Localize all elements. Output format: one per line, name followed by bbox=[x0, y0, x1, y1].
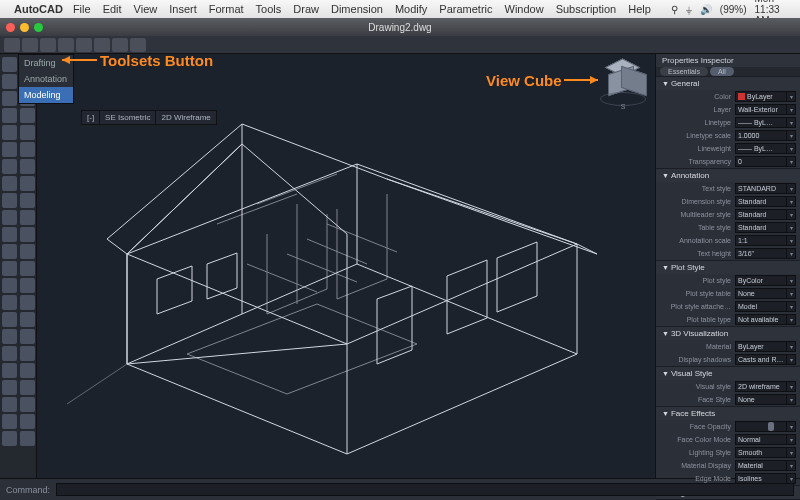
tool-icon[interactable] bbox=[2, 261, 17, 276]
tool-icon[interactable] bbox=[2, 108, 17, 123]
property-value[interactable]: ByLayer bbox=[735, 91, 787, 102]
chevron-down-icon[interactable]: ▾ bbox=[787, 222, 796, 233]
tool-icon[interactable] bbox=[2, 414, 17, 429]
property-value[interactable]: Standard bbox=[735, 222, 787, 233]
tool-icon[interactable] bbox=[20, 176, 35, 191]
tool-icon[interactable] bbox=[20, 125, 35, 140]
volume-icon[interactable]: 🔊 bbox=[700, 4, 712, 15]
tool-icon[interactable] bbox=[20, 244, 35, 259]
section-general[interactable]: General bbox=[656, 77, 800, 90]
chevron-down-icon[interactable]: ▾ bbox=[787, 275, 796, 286]
chevron-down-icon[interactable]: ▾ bbox=[787, 354, 796, 365]
section-visual[interactable]: Visual Style bbox=[656, 367, 800, 380]
property-value[interactable]: ByLayer bbox=[735, 341, 787, 352]
tool-icon[interactable] bbox=[20, 210, 35, 225]
chevron-down-icon[interactable]: ▾ bbox=[787, 248, 796, 259]
property-value[interactable]: 1.0000 bbox=[735, 130, 787, 141]
section-face[interactable]: Face Effects bbox=[656, 407, 800, 420]
tool-icon[interactable] bbox=[2, 431, 17, 446]
menu-tools[interactable]: Tools bbox=[256, 3, 282, 15]
tool-icon[interactable] bbox=[20, 329, 35, 344]
tool-icon[interactable] bbox=[20, 227, 35, 242]
property-value[interactable]: Model bbox=[735, 301, 787, 312]
tool-icon[interactable] bbox=[20, 397, 35, 412]
tool-icon[interactable] bbox=[20, 193, 35, 208]
top-tool-icon[interactable] bbox=[4, 38, 20, 52]
chevron-down-icon[interactable]: ▾ bbox=[787, 434, 796, 445]
property-value[interactable]: Casts and R… bbox=[735, 354, 787, 365]
property-value[interactable]: Not available bbox=[735, 314, 787, 325]
chevron-down-icon[interactable]: ▾ bbox=[787, 314, 796, 325]
property-value[interactable]: STANDARD bbox=[735, 183, 787, 194]
toolset-annotation[interactable]: Annotation bbox=[19, 71, 73, 87]
menu-help[interactable]: Help bbox=[628, 3, 651, 15]
tool-icon[interactable] bbox=[2, 363, 17, 378]
chevron-down-icon[interactable]: ▾ bbox=[787, 156, 796, 167]
property-value[interactable]: Normal bbox=[735, 434, 787, 445]
app-name[interactable]: AutoCAD bbox=[14, 3, 63, 15]
chevron-down-icon[interactable]: ▾ bbox=[787, 394, 796, 405]
view-cube[interactable]: S bbox=[599, 60, 647, 108]
close-button[interactable] bbox=[6, 23, 15, 32]
chevron-down-icon[interactable]: ▾ bbox=[787, 104, 796, 115]
wifi-icon[interactable]: ⏚ bbox=[686, 4, 692, 15]
tab-essentials[interactable]: Essentials bbox=[660, 67, 708, 76]
menu-insert[interactable]: Insert bbox=[169, 3, 197, 15]
top-tool-icon[interactable] bbox=[76, 38, 92, 52]
property-slider[interactable] bbox=[735, 421, 787, 432]
menu-view[interactable]: View bbox=[134, 3, 158, 15]
chevron-down-icon[interactable]: ▾ bbox=[787, 130, 796, 141]
tool-icon[interactable] bbox=[2, 244, 17, 259]
property-value[interactable]: Wall-Exterior bbox=[735, 104, 787, 115]
menu-format[interactable]: Format bbox=[209, 3, 244, 15]
tool-icon[interactable] bbox=[20, 295, 35, 310]
tool-icon[interactable] bbox=[2, 278, 17, 293]
tool-icon[interactable] bbox=[2, 346, 17, 361]
chevron-down-icon[interactable]: ▾ bbox=[787, 341, 796, 352]
tool-icon[interactable] bbox=[2, 74, 17, 89]
property-value[interactable]: 2D wireframe bbox=[735, 381, 787, 392]
tool-icon[interactable] bbox=[20, 159, 35, 174]
property-value[interactable]: Material bbox=[735, 460, 787, 471]
chevron-down-icon[interactable]: ▾ bbox=[787, 288, 796, 299]
tool-icon[interactable] bbox=[20, 431, 35, 446]
tool-icon[interactable] bbox=[20, 346, 35, 361]
tab-all[interactable]: All bbox=[710, 67, 734, 76]
property-value[interactable]: 0 bbox=[735, 156, 787, 167]
property-value[interactable]: Standard bbox=[735, 196, 787, 207]
tool-icon[interactable] bbox=[2, 380, 17, 395]
tool-icon[interactable] bbox=[2, 210, 17, 225]
tool-icon[interactable] bbox=[20, 312, 35, 327]
viewport-menu[interactable]: [-] bbox=[82, 111, 100, 124]
tool-icon[interactable] bbox=[2, 57, 17, 72]
tool-icon[interactable] bbox=[2, 397, 17, 412]
chevron-down-icon[interactable]: ▾ bbox=[787, 196, 796, 207]
tool-icon[interactable] bbox=[2, 159, 17, 174]
tool-icon[interactable] bbox=[20, 380, 35, 395]
property-value[interactable]: —— ByL… bbox=[735, 143, 787, 154]
tool-icon[interactable] bbox=[2, 295, 17, 310]
menu-edit[interactable]: Edit bbox=[103, 3, 122, 15]
menu-parametric[interactable]: Parametric bbox=[439, 3, 492, 15]
chevron-down-icon[interactable]: ▾ bbox=[787, 421, 796, 432]
property-value[interactable]: 1:1 bbox=[735, 235, 787, 246]
section-plot[interactable]: Plot Style bbox=[656, 261, 800, 274]
tool-icon[interactable] bbox=[2, 329, 17, 344]
menu-draw[interactable]: Draw bbox=[293, 3, 319, 15]
property-value[interactable]: None bbox=[735, 394, 787, 405]
tool-icon[interactable] bbox=[20, 142, 35, 157]
top-tool-icon[interactable] bbox=[40, 38, 56, 52]
tool-icon[interactable] bbox=[2, 176, 17, 191]
tool-icon[interactable] bbox=[2, 125, 17, 140]
property-value[interactable]: 3/16" bbox=[735, 248, 787, 259]
menu-dimension[interactable]: Dimension bbox=[331, 3, 383, 15]
toolset-drafting[interactable]: Drafting bbox=[19, 55, 73, 71]
command-input[interactable] bbox=[56, 483, 794, 496]
menu-window[interactable]: Window bbox=[505, 3, 544, 15]
section-annotation[interactable]: Annotation bbox=[656, 169, 800, 182]
top-tool-icon[interactable] bbox=[58, 38, 74, 52]
tool-icon[interactable] bbox=[20, 108, 35, 123]
viewport-view[interactable]: SE Isometric bbox=[100, 111, 156, 124]
property-value[interactable]: Standard bbox=[735, 209, 787, 220]
property-value[interactable]: ByColor bbox=[735, 275, 787, 286]
